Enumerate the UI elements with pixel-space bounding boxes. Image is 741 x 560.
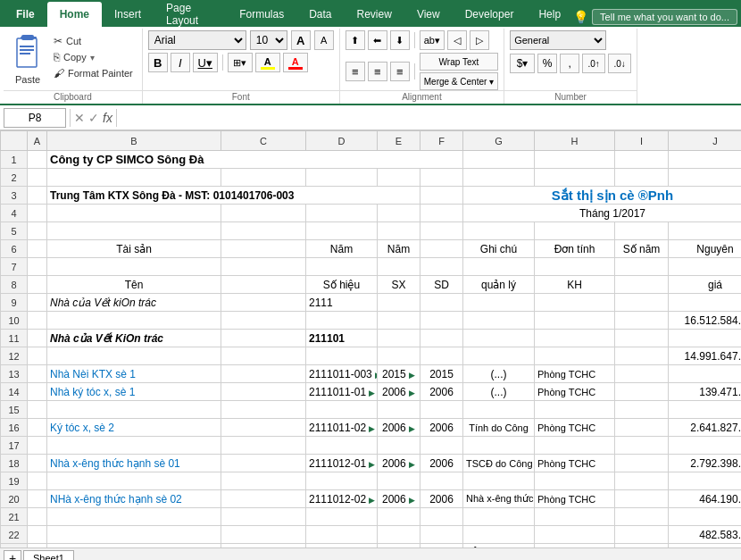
decrease-decimal-button[interactable]: .0↓: [608, 54, 631, 73]
cut-button[interactable]: ✂ Cut: [52, 34, 135, 48]
align-left-button[interactable]: ≡: [346, 62, 365, 81]
table-row: 20 NHà x-êng thức hạnh sè 02 2111012-02 …: [1, 490, 742, 508]
tab-page-layout[interactable]: Page Layout: [154, 2, 227, 27]
tab-data[interactable]: Data: [296, 2, 344, 27]
wrap-text-button[interactable]: Wrap Text: [420, 53, 498, 71]
table-row: 17 25: [1, 437, 742, 455]
svg-rect-4: [20, 49, 34, 51]
tab-developer[interactable]: Developer: [453, 2, 527, 27]
alignment-group-label: Alignment: [340, 90, 504, 102]
copy-button[interactable]: ⎘ Copy ▾: [52, 50, 135, 64]
svg-rect-5: [20, 53, 30, 54]
clipboard-group-label: Clipboard: [4, 90, 142, 102]
table-row: 12 14.991.647.022: [1, 347, 742, 365]
align-bottom-button[interactable]: ⬇: [390, 30, 410, 50]
table-row: 18 Nhà x-êng thức hạnh sè 01 2111012-01 …: [1, 455, 742, 472]
table-row: 6 Tài sản Năm Năm Ghi chú Đơn tính Số nă…: [1, 240, 742, 258]
file-tab[interactable]: File: [4, 2, 47, 27]
table-row: 13 Nhà Nèi KTX sè 1 2111011-003 ▶ 2015 ▶…: [1, 365, 742, 383]
sheet-tab[interactable]: Sheet1: [23, 550, 74, 561]
table-row: 3 Trung Tâm KTX Sông Đà - MST: 010140170…: [1, 187, 742, 205]
table-row: 7: [1, 258, 742, 276]
col-header-row: A B C D E F G H I J: [1, 131, 742, 151]
function-icon[interactable]: fx: [103, 111, 112, 125]
lightbulb-icon: 💡: [573, 10, 588, 24]
table-row: 22 482.583.900: [1, 526, 742, 544]
align-top-button[interactable]: ⬆: [346, 30, 365, 50]
table-row: 16 Ký tóc x, sè 2 2111011-02 ▶ 2006 ▶ 20…: [1, 419, 742, 437]
tab-view[interactable]: View: [404, 2, 453, 27]
increase-font-button[interactable]: A: [291, 30, 311, 50]
svg-rect-3: [20, 46, 34, 47]
table-row: 4 Tháng 1/2017: [1, 205, 742, 222]
decrease-font-button[interactable]: A: [314, 30, 334, 50]
table-row: 5: [1, 222, 742, 240]
merge-center-button[interactable]: Merge & Center ▾: [420, 72, 498, 90]
currency-button[interactable]: $▾: [510, 54, 535, 73]
table-row: 2: [1, 169, 742, 187]
table-row: 19 25: [1, 472, 742, 490]
font-group-label: Font: [143, 90, 339, 102]
table-row: 21 25: [1, 508, 742, 526]
paste-button[interactable]: Paste: [7, 30, 48, 87]
tab-formulas[interactable]: Formulas: [227, 2, 296, 27]
clipboard-group: Paste ✂ Cut ⎘ Copy ▾ 🖌 Format Painter Cl…: [4, 29, 143, 104]
svg-rect-2: [21, 35, 34, 40]
sheet-container: A B C D E F G H I J 1 Công ty CP SIMCO S…: [0, 130, 741, 547]
font-size-select[interactable]: 10: [250, 30, 287, 50]
fill-color-button[interactable]: A: [255, 53, 280, 72]
table-row: 14 Nhà ký tóc x, sè 1 2111011-01 ▶ 2006 …: [1, 383, 742, 401]
tell-me-text: Tell me what you want to do...: [600, 12, 729, 22]
table-row: 8 Tên Số hiệu SX SD quản lý KH giá: [1, 276, 742, 294]
italic-button[interactable]: I: [171, 53, 190, 72]
number-group: General $▾ % , .0↑ .0↓ Number: [504, 29, 637, 104]
formula-input[interactable]: [121, 108, 737, 128]
underline-button[interactable]: U▾: [193, 53, 218, 72]
format-painter-icon: 🖌: [54, 67, 64, 79]
row-num-header: [1, 131, 28, 151]
indent-increase-button[interactable]: ▷: [470, 30, 489, 50]
cancel-icon[interactable]: ✕: [74, 111, 85, 125]
increase-decimal-button[interactable]: .0↑: [582, 54, 605, 73]
tell-me-input[interactable]: Tell me what you want to do...: [592, 9, 737, 25]
paste-label: Paste: [15, 74, 40, 85]
confirm-icon[interactable]: ✓: [88, 111, 99, 125]
tab-review[interactable]: Review: [345, 2, 404, 27]
align-center-button[interactable]: ≡: [368, 62, 387, 81]
tab-help[interactable]: Help: [526, 2, 573, 27]
table-row: 10 16.512.584.158: [1, 312, 742, 330]
border-button[interactable]: ⊞▾: [228, 53, 253, 72]
indent-decrease-button[interactable]: ◁: [447, 30, 467, 50]
text-direction-button[interactable]: ab▾: [420, 30, 445, 50]
new-sheet-button[interactable]: +: [4, 550, 21, 561]
font-name-select[interactable]: Arial: [148, 30, 246, 50]
percent-button[interactable]: %: [537, 54, 557, 73]
alignment-group: ⬆ ⬅ ⬇ ab▾ ◁ ▷ ≡ ≡ ≡ Wrap Text Merge & Ce…: [340, 29, 504, 104]
align-middle-button[interactable]: ⬅: [368, 30, 387, 50]
comma-button[interactable]: ,: [560, 54, 579, 73]
font-group: Arial 10 A A B I U▾ ⊞▾ A A Font: [143, 29, 340, 104]
font-color-button[interactable]: A: [283, 53, 308, 72]
tab-home[interactable]: Home: [47, 2, 102, 27]
table-row: 1 Công ty CP SIMCO Sông Đà: [1, 151, 742, 169]
table-row: 11 Nhà của Vết KiOn trác 211101: [1, 330, 742, 347]
table-row: 15 25: [1, 401, 742, 419]
format-painter-button[interactable]: 🖌 Format Painter: [52, 66, 135, 80]
name-box[interactable]: [4, 108, 66, 128]
scissors-icon: ✂: [54, 35, 62, 47]
align-right-button[interactable]: ≡: [390, 62, 410, 81]
table-row: 9 Nhà của Vết kiOn trác 2111: [1, 294, 742, 312]
number-format-select[interactable]: General: [510, 30, 606, 50]
bold-button[interactable]: B: [148, 53, 168, 72]
number-group-label: Number: [504, 90, 637, 102]
tab-insert[interactable]: Insert: [102, 2, 154, 27]
copy-icon: ⎘: [54, 51, 60, 63]
